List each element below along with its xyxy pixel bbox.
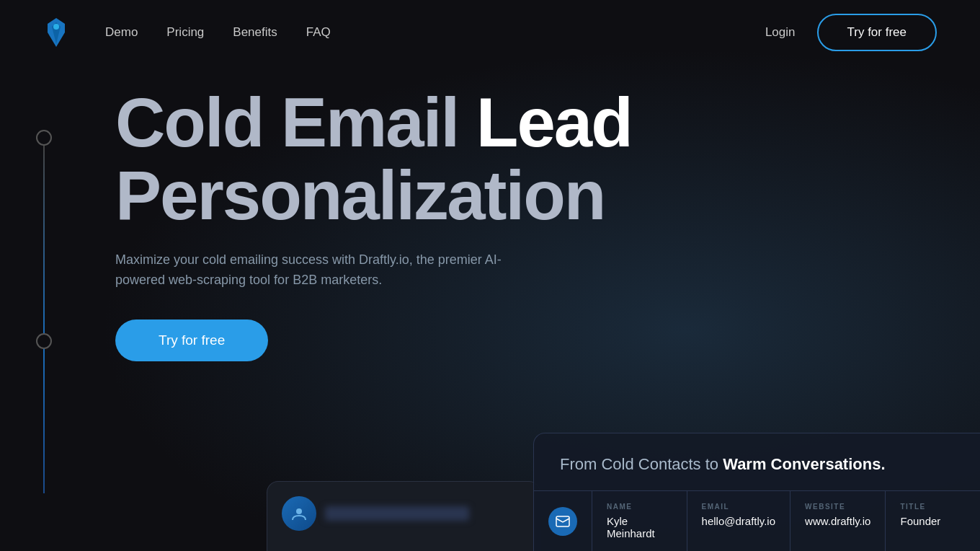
hero-title-part1: Cold Email — [115, 84, 476, 161]
nav-try-button[interactable]: Try for free — [817, 14, 937, 51]
email-col: EMAIL hello@draftly.io — [687, 491, 791, 551]
hero-title-part2: Lead — [476, 84, 632, 161]
website-value: www.draftly.io — [805, 515, 870, 527]
nav-link-pricing[interactable]: Pricing — [166, 25, 204, 40]
hero-section: Cold Email Lead Personalization Maximize… — [0, 65, 980, 361]
hero-cta-button[interactable]: Try for free — [115, 319, 268, 361]
name-value: Kyle Meinhardt — [607, 515, 672, 539]
nav-link-demo[interactable]: Demo — [105, 25, 138, 40]
email-label: EMAIL — [702, 503, 776, 511]
nav-link-faq[interactable]: FAQ — [306, 25, 331, 40]
hero-title-part3: Personalization — [115, 157, 605, 234]
name-label: NAME — [607, 503, 672, 511]
person-icon — [291, 506, 307, 521]
contact-name-blurred — [325, 506, 469, 521]
logo-icon — [43, 17, 69, 48]
logo[interactable] — [43, 17, 69, 48]
headline-highlight: Warm Conversations. — [723, 455, 885, 473]
login-link[interactable]: Login — [765, 25, 796, 40]
contact-avatar — [282, 496, 316, 531]
mail-icon — [556, 516, 570, 527]
contact-card-header — [282, 496, 525, 531]
info-card-headline: From Cold Contacts to Warm Conversations… — [534, 433, 980, 490]
title-value: Founder — [900, 515, 966, 527]
email-icon — [548, 507, 577, 536]
contact-info-table: NAME Kyle Meinhardt EMAIL hello@draftly.… — [534, 490, 980, 551]
svg-rect-2 — [556, 516, 569, 526]
email-value: hello@draftly.io — [702, 515, 776, 527]
svg-point-1 — [296, 508, 302, 514]
hero-title: Cold Email Lead Personalization — [115, 87, 865, 232]
title-col: TITLE Founder — [886, 491, 980, 551]
nav-links: Demo Pricing Benefits FAQ — [105, 25, 331, 40]
nav-link-benefits[interactable]: Benefits — [233, 25, 277, 40]
website-label: WEBSITE — [805, 503, 870, 511]
name-col: NAME Kyle Meinhardt — [592, 491, 687, 551]
indicator-line-2 — [43, 349, 45, 493]
hero-subtitle: Maximize your cold emailing success with… — [115, 250, 548, 291]
email-icon-col — [534, 491, 592, 551]
website-col: WEBSITE www.draftly.io — [790, 491, 886, 551]
hero-cta: Try for free — [115, 319, 865, 361]
title-label: TITLE — [900, 503, 966, 511]
contact-card — [267, 481, 540, 551]
svg-point-0 — [53, 24, 59, 30]
navbar: Demo Pricing Benefits FAQ Login Try for … — [0, 0, 980, 65]
info-card: From Cold Contacts to Warm Conversations… — [533, 433, 980, 551]
nav-right: Login Try for free — [765, 14, 937, 51]
headline-part1: From Cold Contacts to — [560, 455, 723, 473]
nav-left: Demo Pricing Benefits FAQ — [43, 17, 331, 48]
